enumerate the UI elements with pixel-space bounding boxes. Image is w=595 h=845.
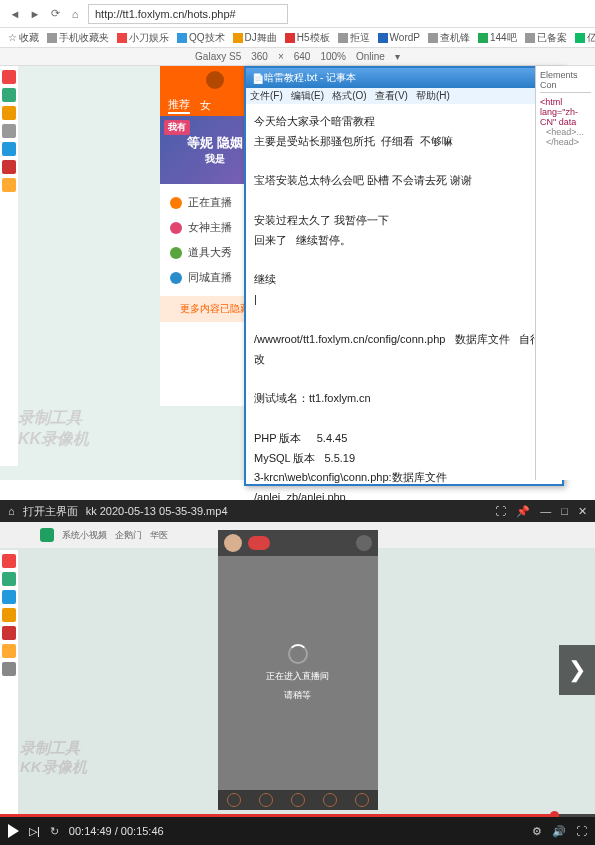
nav-icon[interactable] [291,793,305,807]
side-icon[interactable] [2,644,16,658]
reload-icon[interactable]: ⟳ [48,7,62,21]
bookmark-item[interactable]: ☆ 收藏 [8,31,39,45]
menu-file[interactable]: 文件(F) [250,89,283,103]
watermark: 录制工具 KK录像机 [20,739,87,777]
network-select[interactable]: Online [356,51,385,62]
browser-sidebar [0,66,18,466]
zoom-select[interactable]: 100% [320,51,346,62]
tab-recommend[interactable]: 推荐 [168,97,190,114]
side-icon[interactable] [2,572,16,586]
live-icon [170,197,182,209]
home-icon[interactable]: ⌂ [68,7,82,21]
bookmark-item[interactable]: DJ舞曲 [233,31,277,45]
avatar[interactable] [224,534,242,552]
forward-icon[interactable]: ► [28,7,42,21]
time-display: 00:14:49 / 00:15:46 [69,825,164,837]
watermark: 录制工具 KK录像机 [18,408,89,450]
pin-icon[interactable]: 📌 [516,505,530,518]
next-track-button[interactable]: ▷| [29,825,40,838]
side-icon[interactable] [2,662,16,676]
volume-icon[interactable]: 🔊 [552,825,566,838]
notepad-menubar: 文件(F) 编辑(E) 格式(O) 查看(V) 帮助(H) [246,88,562,104]
bookmark-item[interactable]: 手机收藏夹 [47,31,109,45]
fit-icon[interactable]: ⛶ [495,505,506,518]
inner-sidebar [0,550,18,817]
side-icon[interactable] [2,160,16,174]
settings-icon[interactable]: ⚙ [532,825,542,838]
side-icon[interactable] [2,142,16,156]
nav-icon[interactable] [259,793,273,807]
device-select[interactable]: Galaxy S5 [195,51,241,62]
bookmark-item[interactable]: WordP [378,32,420,43]
minimize-icon[interactable]: — [540,505,551,518]
bookmark-item[interactable]: 亿网科技 [575,31,595,45]
phone-preview: 正在进入直播间 请稍等 [218,530,378,810]
devtools-panel[interactable]: Elements Con <html lang="zh-CN" data <he… [535,66,595,480]
next-button[interactable]: ❯ [559,645,595,695]
tab-item[interactable]: 企鹅门 [115,529,142,542]
video-filename: kk 2020-05-13 05-35-39.mp4 [86,505,228,517]
nav-icon[interactable] [323,793,337,807]
close-icon[interactable]: ✕ [578,505,587,518]
profile-icon[interactable] [356,535,372,551]
player-controls: ▷| ↻ 00:14:49 / 00:15:46 ⚙ 🔊 ⛶ [0,817,595,845]
loading-subtext: 请稍等 [284,689,311,702]
tab-item[interactable]: 系统小视频 [62,529,107,542]
side-icon[interactable] [2,70,16,84]
bookmark-item[interactable]: 已备案 [525,31,567,45]
side-icon[interactable] [2,106,16,120]
prop-icon [170,247,182,259]
browser-toolbar: ◄ ► ⟳ ⌂ [0,0,595,28]
nav-icon[interactable] [227,793,241,807]
open-main-button[interactable]: 打开主界面 [23,504,78,519]
bookmark-item[interactable]: 查机锋 [428,31,470,45]
side-icon[interactable] [2,554,16,568]
bookmark-item[interactable]: H5模板 [285,31,330,45]
bookmark-item[interactable]: 144吧 [478,31,517,45]
menu-edit[interactable]: 编辑(E) [291,89,324,103]
play-button[interactable] [8,824,19,838]
home-icon[interactable]: ⌂ [8,505,15,517]
side-icon[interactable] [2,178,16,192]
devtools-device-bar: Galaxy S5 360× 640 100% Online▾ [0,48,595,66]
side-icon[interactable] [2,608,16,622]
side-icon[interactable] [2,124,16,138]
side-icon[interactable] [2,88,16,102]
badge [248,536,270,550]
browser-logo-icon [40,528,54,542]
nav-icon[interactable] [355,793,369,807]
bookmark-bar: ☆ 收藏 手机收藏夹 小刀娱乐 QQ技术 DJ舞曲 H5模板 拒逗 WordP … [0,28,595,48]
goddess-icon [170,222,182,234]
tab-item[interactable]: 华医 [150,529,168,542]
notepad-titlebar[interactable]: 📄 暗雷教程.txt - 记事本 [246,68,562,88]
player-titlebar: ⌂ 打开主界面 kk 2020-05-13 05-35-39.mp4 ⛶ 📌 —… [0,500,595,522]
side-icon[interactable] [2,590,16,604]
maximize-icon[interactable]: □ [561,505,568,518]
back-icon[interactable]: ◄ [8,7,22,21]
fullscreen-icon[interactable]: ⛶ [576,825,587,837]
bookmark-item[interactable]: 拒逗 [338,31,370,45]
tab-female[interactable]: 女 [200,98,211,113]
device-height[interactable]: 640 [294,51,311,62]
bookmark-item[interactable]: QQ技术 [177,31,225,45]
app-logo-icon [206,71,224,89]
url-input[interactable] [88,4,288,24]
menu-view[interactable]: 查看(V) [375,89,408,103]
loading-spinner-icon [288,644,308,664]
video-viewport: 系统小视频 企鹅门 华医 正在进入直播间 请稍等 [0,522,595,817]
loop-icon[interactable]: ↻ [50,825,59,838]
city-icon [170,272,182,284]
device-width[interactable]: 360 [251,51,268,62]
notepad-textarea[interactable]: 今天给大家录个暗雷教程 主要是受站长那骚包所托 仔细看 不够嘛 宝塔安装总太特么… [246,104,562,556]
loading-text: 正在进入直播间 [266,670,329,683]
menu-help[interactable]: 帮助(H) [416,89,450,103]
notepad-window: 📄 暗雷教程.txt - 记事本 文件(F) 编辑(E) 格式(O) 查看(V)… [244,66,564,486]
side-icon[interactable] [2,626,16,640]
bookmark-item[interactable]: 小刀娱乐 [117,31,169,45]
menu-format[interactable]: 格式(O) [332,89,366,103]
